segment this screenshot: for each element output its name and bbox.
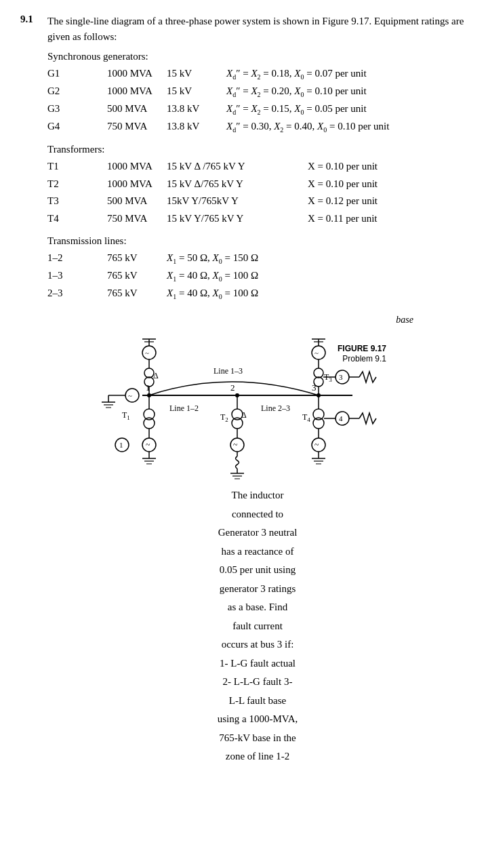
body-line-10: 1- L-G fault actual — [47, 655, 468, 673]
t3-params: X = 0.12 per unit — [308, 193, 378, 210]
line-13-kv: 765 kV — [107, 267, 161, 285]
diagram-wrapper: base 1 2 3 T3 Line 1–3 Line 1–2 Line 2–3 — [20, 315, 468, 480]
gen-g4-id: G4 — [47, 118, 102, 136]
gen-g3-kv: 13.8 kV — [167, 100, 221, 118]
gen-g4-kv: 13.8 kV — [167, 118, 221, 136]
t3-rating: 15kV Y/765kV Y — [167, 193, 302, 210]
svg-text:Δ: Δ — [153, 371, 159, 380]
gen-g1-kv: 15 kV — [167, 65, 221, 83]
t3-mva: 500 MVA — [107, 193, 161, 210]
t2-params: X = 0.10 per unit — [308, 176, 378, 193]
line-23-params: X1 = 40 Ω, X0 = 100 Ω — [167, 285, 258, 302]
gen-g3-mva: 500 MVA — [107, 100, 161, 118]
t2-mva: 1000 MVA — [107, 176, 161, 193]
t4-rating: 15 kV Y/765 kV Y — [167, 210, 302, 228]
t1-mva: 1000 MVA — [107, 158, 161, 176]
body-line-4: has a reactance of — [47, 543, 468, 561]
diagram-area: 1 2 3 T3 Line 1–3 Line 1–2 Line 2–3 — [20, 338, 468, 480]
base-note: base — [20, 315, 413, 326]
transformers-title: Transformers: — [47, 144, 468, 155]
line-23-id: 2–3 — [47, 285, 102, 302]
transmission-lines-title: Transmission lines: — [47, 235, 468, 247]
svg-point-55 — [314, 377, 323, 387]
svg-text:Line 1–2: Line 1–2 — [169, 403, 199, 413]
gen-g1-row: G1 1000 MVA 15 kV Xd″ = X2 = 0.18, X0 = … — [47, 65, 468, 83]
svg-text:~: ~ — [314, 349, 319, 357]
svg-text:T3: T3 — [324, 372, 332, 383]
svg-text:1: 1 — [119, 441, 123, 449]
line-23-kv: 765 kV — [107, 285, 161, 302]
t1-rating: 15 kV Δ /765 kV Y — [167, 158, 302, 176]
t4-mva: 750 MVA — [107, 210, 161, 228]
transformer-t1-row: T1 1000 MVA 15 kV Δ /765 kV Y X = 0.10 p… — [47, 158, 468, 176]
gen-g2-mva: 1000 MVA — [107, 83, 161, 100]
svg-text:Δ: Δ — [241, 410, 247, 420]
svg-text:Problem 9.1: Problem 9.1 — [342, 354, 386, 363]
t4-params: X = 0.11 per unit — [308, 210, 377, 228]
svg-text:~: ~ — [233, 440, 238, 450]
gen-g3-row: G3 500 MVA 13.8 kV Xd″ = X2 = 0.15, X0 =… — [47, 100, 468, 118]
problem-intro: The single-line diagram of a three-phase… — [47, 14, 468, 44]
gen-g3-params: Xd″ = X2 = 0.15, X0 = 0.05 per unit — [226, 100, 367, 118]
body-line-12: L-L fault base — [47, 692, 468, 710]
body-line-2: connected to — [47, 506, 468, 524]
t2-rating: 15 kV Δ/765 kV Y — [167, 176, 302, 193]
body-line-6: generator 3 ratings — [47, 580, 468, 598]
svg-text:4: 4 — [339, 414, 343, 422]
gen-g2-params: Xd″ = X2 = 0.20, X0 = 0.10 per unit — [226, 83, 367, 100]
body-line-15: zone of line 1-2 — [47, 748, 468, 766]
line-12-id: 1–2 — [47, 250, 102, 267]
svg-point-58 — [312, 346, 325, 359]
body-line-14: 765-kV base in the — [47, 730, 468, 747]
synchronous-generators-section: Synchronous generators: G1 1000 MVA 15 k… — [47, 51, 468, 136]
line-23-row: 2–3 765 kV X1 = 40 Ω, X0 = 100 Ω — [47, 285, 468, 302]
transformer-t4-row: T4 750 MVA 15 kV Y/765 kV Y X = 0.11 per… — [47, 210, 468, 228]
t1-params: X = 0.10 per unit — [308, 158, 378, 176]
svg-text:Line 2–3: Line 2–3 — [261, 403, 290, 413]
sync-gen-title: Synchronous generators: — [47, 51, 468, 62]
line-13-params: X1 = 40 Ω, X0 = 100 Ω — [167, 267, 258, 285]
svg-point-25 — [125, 389, 139, 402]
line-13-id: 1–3 — [47, 267, 102, 285]
circuit-diagram: 1 2 3 T3 Line 1–3 Line 1–2 Line 2–3 — [88, 338, 400, 480]
body-line-1: The inductor — [47, 487, 468, 505]
svg-text:FIGURE 9.17: FIGURE 9.17 — [338, 344, 386, 353]
body-line-13: using a 1000-MVA, — [47, 711, 468, 728]
gen-g4-mva: 750 MVA — [107, 118, 161, 136]
gen-g4-row: G4 750 MVA 13.8 kV Xd″ = 0.30, X2 = 0.40… — [47, 118, 468, 136]
body-line-3: Generator 3 neutral — [47, 524, 468, 542]
body-line-8: fault current — [47, 618, 468, 635]
body-line-5: 0.05 per unit using — [47, 561, 468, 579]
t3-id: T3 — [47, 193, 102, 210]
svg-text:~: ~ — [145, 349, 149, 357]
t4-id: T4 — [47, 210, 102, 228]
gen-g2-id: G2 — [47, 83, 102, 100]
gen-g2-row: G2 1000 MVA 15 kV Xd″ = X2 = 0.20, X0 = … — [47, 83, 468, 100]
svg-point-56 — [314, 368, 323, 378]
gen-g2-kv: 15 kV — [167, 83, 221, 100]
line-12-row: 1–2 765 kV X1 = 50 Ω, X0 = 150 Ω — [47, 250, 468, 267]
transformer-t2-row: T2 1000 MVA 15 kV Δ/765 kV Y X = 0.10 pe… — [47, 176, 468, 193]
t1-id: T1 — [47, 158, 102, 176]
gen-g1-mva: 1000 MVA — [107, 65, 161, 83]
transmission-lines-section: Transmission lines: 1–2 765 kV X1 = 50 Ω… — [47, 235, 468, 302]
svg-text:T2: T2 — [220, 412, 228, 423]
gen-g1-id: G1 — [47, 65, 102, 83]
svg-text:2: 2 — [230, 382, 235, 393]
svg-text:3: 3 — [339, 373, 343, 381]
transformer-t3-row: T3 500 MVA 15kV Y/765kV Y X = 0.12 per u… — [47, 193, 468, 210]
svg-text:Line 1–3: Line 1–3 — [214, 366, 243, 376]
line-13-row: 1–3 765 kV X1 = 40 Ω, X0 = 100 Ω — [47, 267, 468, 285]
body-line-11: 2- L-L-G fault 3- — [47, 673, 468, 691]
svg-point-35 — [142, 346, 156, 359]
transformers-section: Transformers: T1 1000 MVA 15 kV Δ /765 k… — [47, 144, 468, 227]
svg-text:~: ~ — [314, 440, 319, 450]
gen-g3-id: G3 — [47, 100, 102, 118]
svg-text:T4: T4 — [302, 412, 310, 423]
svg-text:T1: T1 — [122, 410, 130, 421]
gen-g1-params: Xd″ = X2 = 0.18, X0 = 0.07 per unit — [226, 65, 367, 83]
problem-number: 9.1 — [20, 14, 41, 44]
t2-id: T2 — [47, 176, 102, 193]
line-12-kv: 765 kV — [107, 250, 161, 267]
gen-g4-params: Xd″ = 0.30, X2 = 0.40, X0 = 0.10 per uni… — [226, 118, 389, 136]
